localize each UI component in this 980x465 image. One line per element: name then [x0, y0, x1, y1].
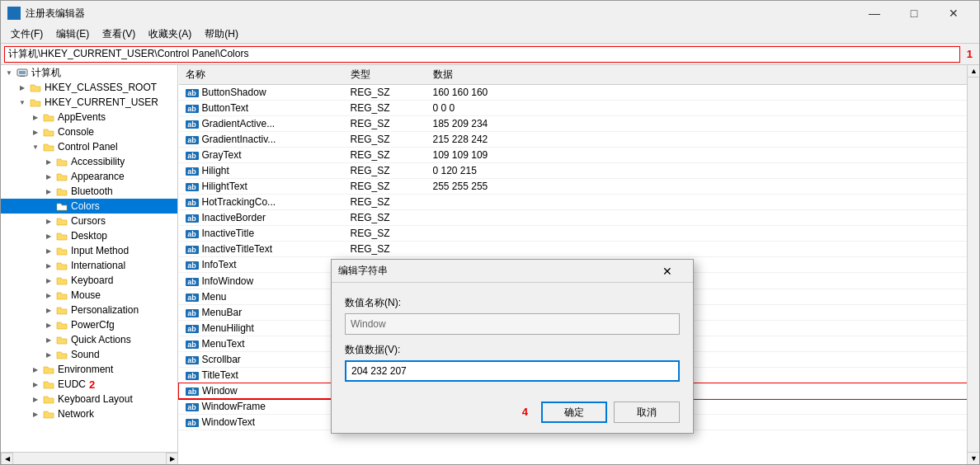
tree-item-powercfg[interactable]: PowerCfg: [1, 317, 177, 332]
cell-name: abMenuText: [179, 336, 344, 352]
folder-icon-international: [55, 259, 68, 272]
tree-item-keyboardlayout[interactable]: Keyboard Layout: [1, 392, 177, 406]
tree-item-console[interactable]: Console: [1, 124, 177, 139]
expand-arrow-international[interactable]: [42, 259, 55, 272]
expand-arrow-quickactions[interactable]: [42, 333, 55, 346]
menu-help[interactable]: 帮助(H): [198, 26, 245, 43]
close-button[interactable]: ✕: [935, 1, 973, 26]
tree-item-sound[interactable]: Sound: [1, 347, 177, 362]
table-row[interactable]: abHotTrackingCo...REG_SZ: [179, 195, 968, 210]
menu-view[interactable]: 查看(V): [96, 26, 142, 43]
tree-item-environment[interactable]: Environment: [1, 362, 177, 377]
expand-arrow-personalization[interactable]: [42, 303, 55, 317]
address-input[interactable]: [4, 46, 960, 63]
table-row[interactable]: abGrayTextREG_SZ109 109 109: [179, 148, 968, 163]
expand-arrow-mouse[interactable]: [42, 289, 55, 302]
ok-button[interactable]: 确定: [541, 402, 607, 423]
expand-arrow-controlpanel[interactable]: [29, 140, 42, 153]
tree-item-eudc[interactable]: EUDC 2: [1, 377, 177, 392]
tree-item-personalization[interactable]: Personalization: [1, 303, 177, 317]
expand-arrow-bluetooth[interactable]: [42, 185, 55, 198]
expand-arrow-keyboard[interactable]: [42, 274, 55, 287]
expand-arrow-hkcu[interactable]: [16, 96, 29, 109]
menu-favorites[interactable]: 收藏夹(A): [142, 26, 198, 43]
modal-body: 数值名称(N): 数值数据(V):: [332, 283, 693, 395]
expand-arrow-eudc[interactable]: [29, 378, 42, 391]
folder-icon-bluetooth: [55, 185, 68, 198]
cell-data: 160 160 160: [426, 85, 968, 101]
vscrollbar[interactable]: ▲ ▼: [967, 65, 979, 464]
maximize-button[interactable]: □: [895, 1, 933, 26]
step1-badge: 1: [964, 48, 976, 60]
expand-arrow-network[interactable]: [29, 407, 42, 420]
expand-arrow-sound[interactable]: [42, 348, 55, 361]
menu-file[interactable]: 文件(F): [4, 26, 49, 43]
cell-name: abHilightText: [179, 179, 344, 195]
tree-item-appevents[interactable]: AppEvents: [1, 110, 177, 124]
tree-hscrollbar[interactable]: ◀ ▶: [1, 452, 178, 464]
table-row[interactable]: abInactiveTitleREG_SZ: [179, 226, 968, 242]
tree-item-inputmethod[interactable]: Input Method: [1, 243, 177, 258]
modal-title-bar: 编辑字符串 ✕: [332, 260, 693, 283]
expand-arrow-console[interactable]: [29, 125, 42, 139]
table-row[interactable]: abInactiveTitleTextREG_SZ: [179, 242, 968, 257]
folder-icon-desktop: [55, 229, 68, 242]
tree-item-accessibility[interactable]: Accessibility: [1, 154, 177, 169]
cell-type: REG_SZ: [344, 85, 426, 101]
table-row[interactable]: abInactiveBorderREG_SZ: [179, 210, 968, 226]
tree-item-hkcr[interactable]: HKEY_CLASSES_ROOT: [1, 80, 177, 95]
expand-arrow-appevents[interactable]: [29, 110, 42, 124]
svg-rect-0: [9, 8, 13, 12]
tree-item-appearance[interactable]: Appearance: [1, 169, 177, 184]
tree-item-international[interactable]: International: [1, 258, 177, 273]
tree-item-colors[interactable]: ▶ Colors: [1, 199, 177, 214]
cancel-button[interactable]: 取消: [614, 402, 680, 423]
expand-arrow-cursors[interactable]: [42, 214, 55, 228]
cell-data: 185 209 234: [426, 116, 968, 132]
modal-close-button[interactable]: ✕: [648, 260, 686, 283]
svg-rect-2: [9, 14, 13, 18]
minimize-button[interactable]: —: [855, 1, 893, 26]
table-row[interactable]: abButtonShadowREG_SZ160 160 160: [179, 85, 968, 101]
modal-footer: 4 确定 取消: [332, 395, 693, 433]
table-row[interactable]: abButtonTextREG_SZ0 0 0: [179, 101, 968, 116]
folder-icon-cursors: [55, 214, 68, 228]
scroll-left-arrow[interactable]: ◀: [1, 453, 13, 465]
tree-item-controlpanel[interactable]: Control Panel: [1, 139, 177, 154]
table-row[interactable]: abGradientActive...REG_SZ185 209 234: [179, 116, 968, 132]
table-row[interactable]: abGradientInactiv...REG_SZ215 228 242: [179, 132, 968, 148]
scroll-right-arrow[interactable]: ▶: [166, 453, 178, 465]
expand-arrow-hkcr[interactable]: [16, 81, 29, 94]
tree-label-colors: Colors: [71, 200, 100, 212]
table-row[interactable]: abHilightTextREG_SZ255 255 255: [179, 179, 968, 195]
tree-item-computer[interactable]: 计算机: [1, 65, 177, 80]
tree-item-hkcu[interactable]: HKEY_CURRENT_USER: [1, 95, 177, 110]
tree-item-quickactions[interactable]: Quick Actions: [1, 332, 177, 347]
expand-arrow-desktop[interactable]: [42, 229, 55, 242]
name-input[interactable]: [345, 313, 680, 335]
tree-item-mouse[interactable]: Mouse: [1, 288, 177, 303]
tree-item-desktop[interactable]: Desktop: [1, 228, 177, 243]
folder-icon-controlpanel: [42, 140, 55, 153]
cell-type: REG_SZ: [344, 195, 426, 210]
folder-icon-accessibility: [55, 155, 68, 168]
expand-arrow-appearance[interactable]: [42, 170, 55, 183]
menu-edit[interactable]: 编辑(E): [49, 26, 96, 43]
expand-arrow-inputmethod[interactable]: [42, 244, 55, 257]
tree-label-accessibility: Accessibility: [71, 156, 125, 167]
title-bar: 注册表编辑器 — □ ✕: [1, 1, 979, 26]
tree-item-network[interactable]: Network: [1, 406, 177, 421]
tree-item-keyboard[interactable]: Keyboard: [1, 273, 177, 288]
expand-arrow-environment[interactable]: [29, 363, 42, 376]
tree-item-bluetooth[interactable]: Bluetooth: [1, 184, 177, 199]
scroll-down-arrow[interactable]: ▼: [968, 452, 979, 464]
tree-item-cursors[interactable]: Cursors: [1, 214, 177, 228]
table-row[interactable]: abHilightREG_SZ0 120 215: [179, 163, 968, 179]
expand-arrow-accessibility[interactable]: [42, 155, 55, 168]
data-input[interactable]: [345, 360, 680, 382]
expand-arrow-powercfg[interactable]: [42, 318, 55, 331]
scroll-up-arrow[interactable]: ▲: [968, 65, 979, 78]
expand-arrow-computer[interactable]: [2, 66, 16, 79]
expand-arrow-keyboardlayout[interactable]: [29, 392, 42, 406]
cell-data: 109 109 109: [426, 148, 968, 163]
